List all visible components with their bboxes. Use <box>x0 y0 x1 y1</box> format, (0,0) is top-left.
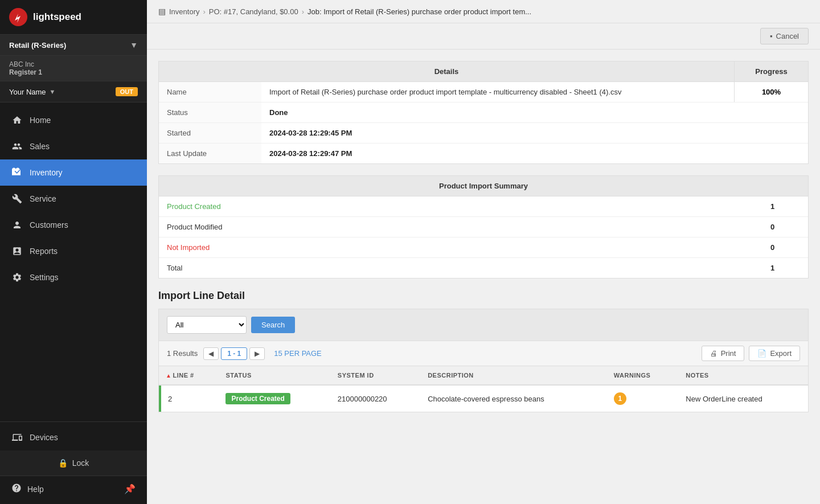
pin-icon: 📌 <box>124 483 136 494</box>
print-button[interactable]: 🖨 Print <box>702 346 745 361</box>
store-selector[interactable]: Retail (R-Series) ▼ <box>0 35 147 56</box>
product-created-value: 1 <box>762 196 808 216</box>
table-header-row: ▲LINE # STATUS SYSTEM ID DESCRIPTION WAR… <box>159 366 809 386</box>
lock-button[interactable]: 🔒 Lock <box>0 450 147 476</box>
product-modified-value: 0 <box>762 217 808 237</box>
details-row-lastupdate: Last Update 2024-03-28 12:29:47 PM <box>159 144 808 163</box>
details-table: Details Progress Name Import of Retail (… <box>158 61 809 164</box>
user-name: Your Name <box>9 88 46 96</box>
col-status: STATUS <box>219 366 330 386</box>
details-row-status: Status Done <box>159 103 808 123</box>
results-bar: 1 Results ◀ 1 - 1 ▶ 15 PER PAGE 🖨 Print … <box>158 341 809 366</box>
import-line-title: Import Line Detail <box>158 290 809 302</box>
export-icon: 📄 <box>757 349 766 358</box>
status-label: Status <box>159 103 261 122</box>
lock-label: Lock <box>72 458 89 468</box>
cancel-icon: ▪ <box>770 32 773 40</box>
out-badge: OUT <box>116 87 138 96</box>
per-page-link[interactable]: 15 PER PAGE <box>274 349 322 358</box>
summary-row-not-imported: Not Imported 0 <box>159 237 808 258</box>
name-label: Name <box>159 82 261 102</box>
data-table: ▲LINE # STATUS SYSTEM ID DESCRIPTION WAR… <box>158 366 809 412</box>
cancel-button[interactable]: ▪ Cancel <box>760 28 809 44</box>
breadcrumb: ▤ Inventory › PO: #17, Candyland, $0.00 … <box>147 0 820 23</box>
summary-row-modified: Product Modified 0 <box>159 217 808 237</box>
service-icon <box>11 193 23 204</box>
details-row-started: Started 2024-03-28 12:29:45 PM <box>159 123 808 144</box>
cell-line: 2 <box>159 385 219 412</box>
logo-text: lightspeed <box>33 11 81 23</box>
sales-label: Sales <box>30 142 50 151</box>
filter-select[interactable]: All Product Created Product Modified Not… <box>167 316 247 334</box>
sidebar-item-service[interactable]: Service <box>0 186 147 212</box>
sidebar-nav: Home Sales Inventory Service Customers <box>0 103 147 421</box>
sidebar-item-home[interactable]: Home <box>0 107 147 133</box>
summary-row-total: Total 1 <box>159 258 808 278</box>
export-label: Export <box>770 349 792 358</box>
devices-label: Devices <box>30 433 58 442</box>
lightspeed-logo-icon <box>9 8 27 26</box>
sidebar-bottom: Devices 🔒 Lock Help 📌 <box>0 421 147 504</box>
sidebar-item-settings[interactable]: Settings <box>0 264 147 290</box>
col-systemid: SYSTEM ID <box>331 366 421 386</box>
col-warnings: WARNINGS <box>607 366 679 386</box>
settings-icon <box>11 272 23 283</box>
lastupdate-value: 2024-03-28 12:29:47 PM <box>261 144 808 163</box>
breadcrumb-job: Job: Import of Retail (R-Series) purchas… <box>308 7 531 16</box>
cancel-label: Cancel <box>776 32 799 40</box>
sidebar-logo: lightspeed <box>0 0 147 35</box>
name-value: Import of Retail (R-Series) purchase ord… <box>261 82 734 102</box>
sidebar: lightspeed Retail (R-Series) ▼ ABC Inc R… <box>0 0 147 504</box>
breadcrumb-po[interactable]: PO: #17, Candyland, $0.00 <box>209 7 298 16</box>
col-notes: NOTES <box>679 366 808 386</box>
lastupdate-label: Last Update <box>159 144 261 163</box>
export-button[interactable]: 📄 Export <box>749 346 800 361</box>
details-header: Details <box>159 62 734 82</box>
sidebar-item-inventory[interactable]: Inventory <box>0 159 147 186</box>
sidebar-item-sales[interactable]: Sales <box>0 133 147 159</box>
sidebar-item-devices[interactable]: Devices <box>0 424 147 450</box>
toolbar: ▪ Cancel <box>147 23 820 50</box>
not-imported-value: 0 <box>762 237 808 257</box>
customers-label: Customers <box>30 220 68 230</box>
cell-warnings: 1 <box>607 385 679 412</box>
inventory-icon <box>11 167 23 178</box>
sidebar-item-reports[interactable]: Reports <box>0 238 147 264</box>
user-info[interactable]: Your Name ▼ OUT <box>0 81 147 103</box>
breadcrumb-inventory[interactable]: Inventory <box>169 7 199 16</box>
details-row-name: Name Import of Retail (R-Series) purchas… <box>159 82 808 103</box>
sidebar-item-customers[interactable]: Customers <box>0 212 147 238</box>
cell-notes: New OrderLine created <box>679 385 808 412</box>
reports-icon <box>11 245 23 257</box>
results-count: 1 Results <box>167 349 198 358</box>
register-name: Register 1 <box>9 68 138 76</box>
next-page-button[interactable]: ▶ <box>249 347 265 360</box>
cell-systemid: 210000000220 <box>331 385 421 412</box>
breadcrumb-icon: ▤ <box>158 7 166 16</box>
search-button[interactable]: Search <box>251 317 295 333</box>
warning-badge: 1 <box>614 392 626 405</box>
progress-header: Progress <box>734 62 808 82</box>
started-value: 2024-03-28 12:29:45 PM <box>261 123 808 143</box>
results-actions: 🖨 Print 📄 Export <box>702 346 800 361</box>
page-current: 1 - 1 <box>221 347 247 360</box>
customers-icon <box>11 219 23 231</box>
not-imported-label: Not Imported <box>159 237 762 257</box>
prev-page-button[interactable]: ◀ <box>203 347 219 360</box>
store-name: Retail (R-Series) <box>9 41 66 50</box>
company-name: ABC Inc <box>9 60 138 68</box>
status-badge: Product Created <box>226 393 290 404</box>
devices-icon <box>11 432 23 443</box>
user-dropdown-icon: ▼ <box>50 88 56 95</box>
progress-value: 100% <box>734 82 808 102</box>
help-row[interactable]: Help 📌 <box>0 476 147 502</box>
total-label: Total <box>159 258 762 278</box>
status-value: Done <box>261 103 808 122</box>
filter-bar: All Product Created Product Modified Not… <box>158 309 809 341</box>
started-label: Started <box>159 123 261 143</box>
help-label: Help <box>27 485 44 494</box>
inventory-label: Inventory <box>30 168 63 177</box>
service-label: Service <box>30 194 56 203</box>
print-label: Print <box>721 349 736 358</box>
store-dropdown-icon: ▼ <box>130 40 138 50</box>
